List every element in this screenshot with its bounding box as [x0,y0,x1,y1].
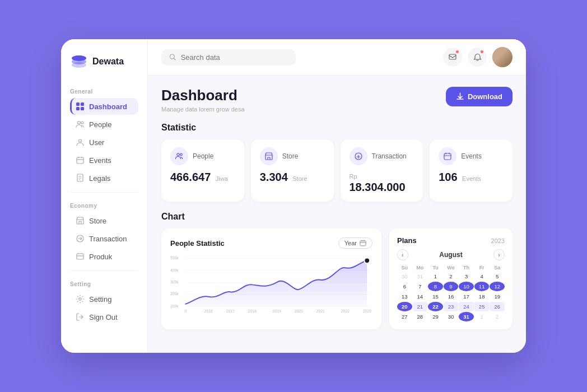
cal-day-w0d6[interactable]: 5 [490,272,505,281]
logo-text: Dewata [92,57,124,67]
svg-rect-23 [360,241,366,246]
stat-people-value-row: 466.647 Jiwa [170,171,235,184]
plans-year: 2023 [491,237,505,244]
stat-events-value-row: 106 Events [439,171,504,184]
cal-next-button[interactable]: › [493,249,505,260]
cal-day-w4d5[interactable]: 1 [474,312,490,321]
svg-text:2021: 2021 [316,309,325,313]
calendar-icon [360,240,366,246]
sidebar-item-legals[interactable]: Legals [70,170,138,186]
cal-header-mo: Mo [413,264,428,272]
sidebar-item-setting[interactable]: Setting [70,291,138,307]
header [148,39,526,76]
search-icon [169,53,176,61]
cal-day-w1d2[interactable]: 8 [428,282,443,291]
sidebar-item-signout[interactable]: Sign Out [70,309,138,325]
cal-day-w2d0[interactable]: 13 [397,292,412,301]
stat-store-value-row: 3.304 Store [260,171,325,184]
cal-header-su: Su [397,264,412,272]
cal-day-w0d3[interactable]: 2 [444,272,459,281]
avatar[interactable] [492,47,513,67]
chart-svg: 500k 400k 300k 200k 100k [170,253,372,315]
sidebar-item-transaction[interactable]: Transaction [70,230,138,247]
cal-day-w4d4[interactable]: 31 [459,312,474,321]
cal-day-w4d3[interactable]: 30 [444,312,459,321]
cal-day-w3d4[interactable]: 24 [459,302,474,311]
svg-text:2023: 2023 [363,309,371,313]
stat-card-events-header: Events [439,147,504,165]
cal-day-w1d4[interactable]: 10 [459,282,474,291]
cal-day-w0d4[interactable]: 3 [459,272,474,281]
cal-prev-button[interactable]: ‹ [397,249,408,260]
cal-day-w4d6[interactable]: 2 [490,312,505,321]
sidebar-divider-1 [70,192,138,193]
svg-point-18 [177,153,179,156]
header-actions [443,47,513,67]
cal-day-w2d1[interactable]: 14 [413,292,428,301]
calendar-days: 3031123456789101112131415161718192021222… [397,272,505,321]
svg-text:500k: 500k [170,256,179,260]
setting-icon [76,295,85,304]
sidebar-item-store[interactable]: Store [70,212,138,229]
cal-day-w3d1[interactable]: 21 [413,302,428,311]
chart-card-header: People Statistic Year [170,237,372,249]
search-input[interactable] [181,53,288,62]
cal-day-w1d1[interactable]: 7 [413,282,428,291]
sidebar-item-user[interactable]: User [70,134,138,151]
cal-day-w1d5[interactable]: 11 [474,282,490,291]
page-subtitle: Manage data lorem grow desa [161,106,245,113]
stat-store-label: Store [282,152,299,160]
cal-day-w2d5[interactable]: 18 [474,292,490,301]
svg-point-19 [180,153,183,156]
sidebar-item-dashboard[interactable]: Dashboard [70,98,138,115]
stat-events-unit: Events [462,175,481,182]
stat-people-unit: Jiwa [216,175,228,182]
mail-button[interactable] [443,48,462,67]
svg-text:2018: 2018 [248,309,257,313]
cal-day-w3d3[interactable]: 23 [444,302,459,311]
cal-day-w1d6[interactable]: 12 [490,282,505,291]
cal-day-w3d2[interactable]: 22 [428,302,443,311]
download-button[interactable]: Download [446,87,513,106]
cal-day-w3d6[interactable]: 26 [490,302,505,311]
search-bar[interactable] [161,49,296,66]
year-selector[interactable]: Year [338,237,372,249]
cal-day-w3d5[interactable]: 25 [474,302,490,311]
stat-events-icon [439,147,456,165]
cal-day-w2d6[interactable]: 19 [490,292,505,301]
app-window: Dewata General Dashboard [61,39,526,353]
download-icon [456,92,464,101]
cal-day-w0d1[interactable]: 31 [413,272,428,281]
stat-people-label: People [193,152,213,160]
svg-point-34 [364,258,370,264]
cal-day-w1d3[interactable]: 9 [444,282,459,291]
sidebar-item-produk[interactable]: Produk [70,248,138,265]
cal-day-w2d3[interactable]: 16 [444,292,459,301]
sidebar-item-people[interactable]: People [70,116,138,133]
cal-header-sa: Sa [490,264,505,272]
svg-text:2019: 2019 [273,309,281,313]
sidebar-store-label: Store [89,217,106,225]
cal-day-w2d2[interactable]: 15 [428,292,443,301]
plans-card: Plans 2023 ‹ August › Su Mo Tu We [389,228,513,329]
mail-notification-dot [455,50,459,54]
general-section-label: General [70,88,138,95]
stat-card-people-header: People [170,147,235,165]
statistic-section-title: Statistic [161,123,513,133]
cal-day-w2d4[interactable]: 17 [459,292,474,301]
cal-day-w4d2[interactable]: 29 [428,312,443,321]
cal-day-w0d2[interactable]: 1 [428,272,443,281]
svg-text:2017: 2017 [226,309,235,313]
notification-button[interactable] [468,48,487,67]
cal-day-w0d5[interactable]: 4 [474,272,490,281]
svg-text:200k: 200k [170,292,179,296]
cal-day-w4d1[interactable]: 28 [413,312,428,321]
cal-day-w4d0[interactable]: 27 [397,312,412,321]
sidebar-item-events[interactable]: Events [70,152,138,169]
cal-day-w0d0[interactable]: 30 [397,272,412,281]
sidebar-setting-label: Setting [89,295,111,304]
plans-title: Plans [397,236,417,245]
cal-day-w3d0[interactable]: 20 [397,302,412,311]
cal-day-w1d0[interactable]: 6 [397,282,412,291]
svg-point-15 [79,298,81,300]
